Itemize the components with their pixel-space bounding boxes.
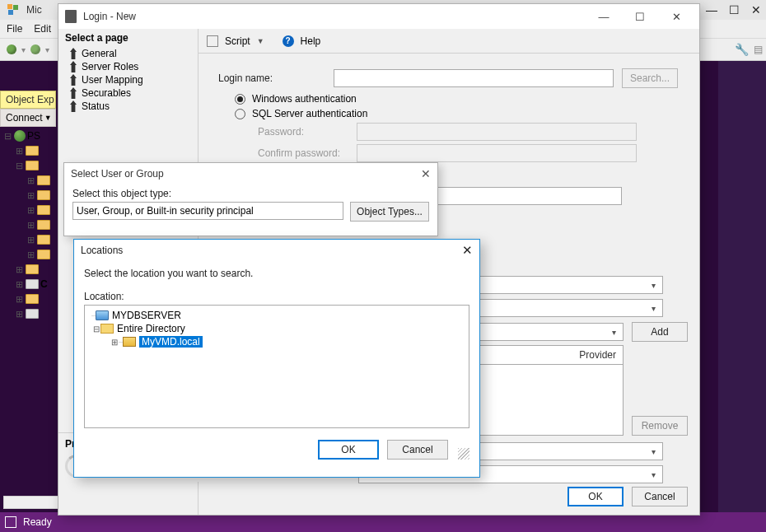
locations-message: Select the location you want to search. <box>84 268 469 279</box>
directory-icon <box>100 324 114 334</box>
menu-file[interactable]: File <box>7 23 22 35</box>
login-titlebar[interactable]: Login - New — ☐ ✕ <box>58 4 699 29</box>
windows-auth-radio[interactable]: Windows authentication <box>235 93 688 105</box>
location-tree[interactable]: ┄ MYDBSERVER ⊟ Entire Directory ⊞ ┄ MyVM… <box>84 305 469 428</box>
background-panel <box>718 61 766 512</box>
folder-icon <box>37 205 50 215</box>
computer-icon <box>96 310 109 320</box>
page-server-roles[interactable]: Server Roles <box>58 60 198 73</box>
location-label: Location: <box>84 291 469 302</box>
login-cancel-button[interactable]: Cancel <box>632 487 688 506</box>
ssms-title-text: Mic <box>26 4 42 16</box>
locations-titlebar[interactable]: Locations ✕ <box>74 240 479 261</box>
pin-icon <box>70 48 77 59</box>
login-title: Login - New <box>83 11 136 22</box>
search-button[interactable]: Search... <box>622 68 678 88</box>
folder-icon <box>26 309 39 319</box>
login-close-icon[interactable]: ✕ <box>658 5 694 28</box>
connect-button[interactable]: Connect▼ <box>0 109 56 127</box>
resize-grip-icon[interactable] <box>458 448 469 460</box>
login-maximize-icon[interactable]: ☐ <box>622 5 658 28</box>
confirm-password-label: Confirm password: <box>258 147 348 159</box>
ssms-maximize-icon[interactable]: ☐ <box>729 3 740 16</box>
tree-collapse-icon[interactable]: ⊟ <box>91 324 100 334</box>
object-explorer-header[interactable]: Object Exp <box>0 91 56 109</box>
login-name-label: Login name: <box>218 72 325 84</box>
password-label: Password: <box>258 126 348 138</box>
locations-ok-button[interactable]: OK <box>318 440 379 460</box>
svg-rect-2 <box>8 10 13 15</box>
locations-dialog: Locations ✕ Select the location you want… <box>73 239 480 478</box>
help-icon[interactable]: ? <box>283 35 294 47</box>
menu-edit[interactable]: Edit <box>34 23 51 35</box>
folder-icon <box>26 146 39 156</box>
select-user-titlebar[interactable]: Select User or Group ✕ <box>64 163 437 184</box>
select-user-dialog: Select User or Group ✕ Select this objec… <box>63 162 438 236</box>
page-securables[interactable]: Securables <box>58 86 198 100</box>
help-button[interactable]: Help <box>301 35 321 47</box>
status-text: Ready <box>23 516 52 528</box>
login-ok-button[interactable]: OK <box>567 487 624 506</box>
pin-icon <box>70 87 77 99</box>
ssms-toolbar-right: 🔧 ▤ <box>735 38 763 61</box>
folder-icon <box>37 220 50 230</box>
chevron-down-icon: ▾ <box>646 467 661 482</box>
folder-icon <box>26 279 39 289</box>
folder-icon <box>26 264 39 274</box>
tree-root[interactable]: PS <box>27 130 40 142</box>
nav-back-icon[interactable] <box>7 44 16 54</box>
tree-node-domain[interactable]: MyVMD.local <box>139 336 203 348</box>
folder-icon <box>37 250 50 259</box>
object-types-button[interactable]: Object Types... <box>350 202 429 222</box>
domain-icon <box>123 337 136 347</box>
chevron-down-icon: ▾ <box>646 301 661 315</box>
object-type-input[interactable] <box>72 202 343 220</box>
folder-icon <box>37 235 50 245</box>
tree-node-directory[interactable]: Entire Directory <box>117 323 185 334</box>
login-name-input[interactable] <box>334 69 614 87</box>
password-input <box>357 123 637 141</box>
database-icon <box>14 130 26 142</box>
script-button[interactable]: Script <box>225 35 250 47</box>
page-user-mapping[interactable]: User Mapping <box>58 73 198 86</box>
login-toolbar: Script ▼ ? Help <box>199 29 699 54</box>
folder-icon <box>37 190 50 200</box>
login-minimize-icon[interactable]: — <box>586 5 622 28</box>
tool-divider: ▤ <box>754 44 763 55</box>
script-dropdown-icon[interactable]: ▼ <box>257 37 264 45</box>
folder-icon <box>37 175 50 185</box>
locations-close-icon[interactable]: ✕ <box>462 243 473 258</box>
add-button[interactable]: Add <box>632 322 688 342</box>
folder-icon <box>26 294 39 304</box>
pin-icon <box>70 74 77 86</box>
svg-rect-0 <box>7 4 12 9</box>
folder-icon <box>26 161 39 170</box>
select-user-title: Select User or Group <box>71 168 164 180</box>
page-status[interactable]: Status <box>58 100 198 113</box>
tree-expand-icon[interactable]: ⊞ <box>110 338 119 347</box>
pin-icon <box>70 61 77 72</box>
pin-icon <box>70 100 77 112</box>
script-icon[interactable] <box>207 35 218 47</box>
tool-wrench-icon[interactable]: 🔧 <box>735 43 749 56</box>
ssms-close-icon[interactable]: ✕ <box>751 3 761 16</box>
nav-fwd-icon[interactable] <box>30 44 40 54</box>
page-general[interactable]: General <box>58 47 198 60</box>
chevron-down-icon: ▾ <box>646 278 661 292</box>
select-user-close-icon[interactable]: ✕ <box>421 167 431 180</box>
sql-auth-radio[interactable]: SQL Server authentication <box>235 108 688 119</box>
status-icon <box>5 516 16 528</box>
ssms-minimize-icon[interactable]: — <box>706 3 717 16</box>
svg-rect-1 <box>13 5 18 10</box>
login-icon <box>65 10 77 23</box>
tree-node-server[interactable]: MYDBSERVER <box>112 310 181 321</box>
select-page-header: Select a page <box>58 29 198 47</box>
remove-button[interactable]: Remove <box>632 416 688 436</box>
locations-cancel-button[interactable]: Cancel <box>387 440 448 460</box>
object-type-label: Select this object type: <box>72 188 429 199</box>
chevron-down-icon: ▾ <box>606 324 621 339</box>
ssms-app-icon <box>5 2 21 18</box>
chevron-down-icon: ▾ <box>646 444 661 459</box>
confirm-password-input <box>357 144 637 162</box>
locations-title: Locations <box>81 245 123 256</box>
